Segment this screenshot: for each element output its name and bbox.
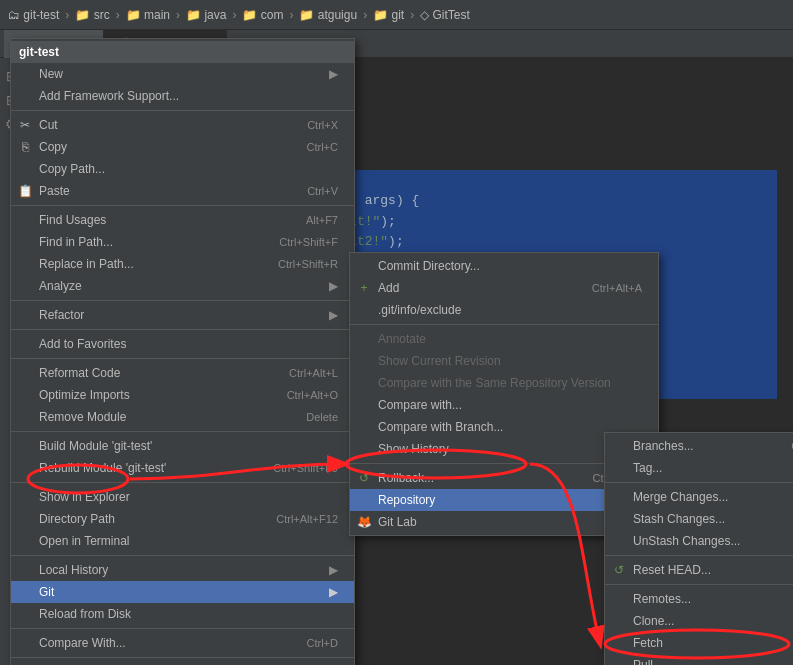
refactor-arrow-icon: ▶ xyxy=(329,308,338,322)
repo-branches[interactable]: Branches... Ctrl+Shift+` xyxy=(605,435,793,457)
repo-pull[interactable]: Pull... xyxy=(605,654,793,665)
sep8 xyxy=(11,555,354,556)
menu-rebuild-label: Rebuild Module 'git-test' xyxy=(39,461,166,475)
menu-replace-in-path-label: Replace in Path... xyxy=(39,257,134,271)
git-show-history-label: Show History xyxy=(378,442,449,456)
git-gitlab-label: Git Lab xyxy=(378,515,417,529)
remove-mod-shortcut: Delete xyxy=(286,411,338,423)
menu-reformat[interactable]: Reformat Code Ctrl+Alt+L xyxy=(11,362,354,384)
git-sep1 xyxy=(350,324,658,325)
copy-shortcut: Ctrl+C xyxy=(287,141,338,153)
sep9 xyxy=(11,628,354,629)
menu-rebuild-module[interactable]: Rebuild Module 'git-test' Ctrl+Shift+F9 xyxy=(11,457,354,479)
menu-find-usages-label: Find Usages xyxy=(39,213,106,227)
git-compare-with[interactable]: Compare with... xyxy=(350,394,658,416)
menu-remove-module[interactable]: Remove Module Delete xyxy=(11,406,354,428)
menu-copy[interactable]: ⎘ Copy Ctrl+C xyxy=(11,136,354,158)
repo-reset-head[interactable]: ↺ Reset HEAD... xyxy=(605,559,793,581)
menu-open-terminal[interactable]: Open in Terminal xyxy=(11,530,354,552)
breadcrumb-gittest: ◇ GitTest xyxy=(420,8,470,22)
breadcrumb-git: 📁 git xyxy=(373,8,404,22)
menu-reload-disk[interactable]: Reload from Disk xyxy=(11,603,354,625)
repo-clone[interactable]: Clone... xyxy=(605,610,793,632)
sep6 xyxy=(11,431,354,432)
git-commit-dir[interactable]: Commit Directory... xyxy=(350,255,658,277)
menu-compare-with[interactable]: Compare With... Ctrl+D xyxy=(11,632,354,654)
menu-header-label: git-test xyxy=(19,45,59,59)
repo-fetch[interactable]: Fetch xyxy=(605,632,793,654)
rollback-icon: ↺ xyxy=(356,471,372,485)
sep1 xyxy=(11,110,354,111)
dir-path-shortcut: Ctrl+Alt+F12 xyxy=(256,513,338,525)
reformat-shortcut: Ctrl+Alt+L xyxy=(269,367,338,379)
ide-topbar: 🗂 git-test › 📁 src › 📁 main › 📁 java › 📁… xyxy=(0,0,793,30)
menu-analyze-label: Analyze xyxy=(39,279,82,293)
repo-remotes[interactable]: Remotes... xyxy=(605,588,793,610)
menu-new-label: New xyxy=(39,67,63,81)
gitlab-icon: 🦊 xyxy=(356,515,372,529)
menu-copy-label: Copy xyxy=(39,140,67,154)
menu-local-history[interactable]: Local History ▶ xyxy=(11,559,354,581)
menu-directory-path[interactable]: Directory Path Ctrl+Alt+F12 xyxy=(11,508,354,530)
repo-merge-changes[interactable]: Merge Changes... xyxy=(605,486,793,508)
menu-add-framework[interactable]: Add Framework Support... xyxy=(11,85,354,107)
menu-git[interactable]: Git ▶ xyxy=(11,581,354,603)
git-show-revision-label: Show Current Revision xyxy=(378,354,501,368)
menu-optimize-imports[interactable]: Optimize Imports Ctrl+Alt+O xyxy=(11,384,354,406)
menu-add-favorites-label: Add to Favorites xyxy=(39,337,126,351)
menu-optimize-label: Optimize Imports xyxy=(39,388,130,402)
reset-icon: ↺ xyxy=(611,563,627,577)
git-compare-with-label: Compare with... xyxy=(378,398,462,412)
menu-find-usages[interactable]: Find Usages Alt+F7 xyxy=(11,209,354,231)
compare-shortcut: Ctrl+D xyxy=(287,637,338,649)
analyze-arrow-icon: ▶ xyxy=(329,279,338,293)
menu-open-module-settings[interactable]: Open Module Settings F4 xyxy=(11,661,354,665)
menu-analyze[interactable]: Analyze ▶ xyxy=(11,275,354,297)
menu-paste[interactable]: 📋 Paste Ctrl+V xyxy=(11,180,354,202)
rebuild-shortcut: Ctrl+Shift+F9 xyxy=(253,462,338,474)
paste-icon: 📋 xyxy=(17,184,33,198)
menu-new[interactable]: New ▶ xyxy=(11,63,354,85)
menu-refactor-label: Refactor xyxy=(39,308,84,322)
cut-shortcut: Ctrl+X xyxy=(287,119,338,131)
menu-show-explorer-label: Show in Explorer xyxy=(39,490,130,504)
git-compare-repo-label: Compare with the Same Repository Version xyxy=(378,376,611,390)
menu-replace-in-path[interactable]: Replace in Path... Ctrl+Shift+R xyxy=(11,253,354,275)
menu-build-module[interactable]: Build Module 'git-test' xyxy=(11,435,354,457)
optimize-shortcut: Ctrl+Alt+O xyxy=(267,389,338,401)
repo-tag[interactable]: Tag... xyxy=(605,457,793,479)
repo-stash-changes[interactable]: Stash Changes... xyxy=(605,508,793,530)
menu-show-explorer[interactable]: Show in Explorer xyxy=(11,486,354,508)
menu-cut[interactable]: ✂ Cut Ctrl+X xyxy=(11,114,354,136)
repo-stash-label: Stash Changes... xyxy=(633,512,725,526)
git-commit-dir-label: Commit Directory... xyxy=(378,259,480,273)
git-rollback-label: Rollback... xyxy=(378,471,434,485)
menu-copy-path[interactable]: Copy Path... xyxy=(11,158,354,180)
git-add[interactable]: + Add Ctrl+Alt+A xyxy=(350,277,658,299)
replace-shortcut: Ctrl+Shift+R xyxy=(258,258,338,270)
menu-open-terminal-label: Open in Terminal xyxy=(39,534,130,548)
repo-pull-label: Pull... xyxy=(633,658,663,665)
cut-icon: ✂ xyxy=(17,118,33,132)
repo-unstash-changes[interactable]: UnStash Changes... xyxy=(605,530,793,552)
menu-refactor[interactable]: Refactor ▶ xyxy=(11,304,354,326)
git-add-label: Add xyxy=(378,281,399,295)
menu-reformat-label: Reformat Code xyxy=(39,366,120,380)
breadcrumb-src: 📁 src xyxy=(75,8,109,22)
repo-merge-label: Merge Changes... xyxy=(633,490,728,504)
find-path-shortcut: Ctrl+Shift+F xyxy=(259,236,338,248)
repo-sep2 xyxy=(605,555,793,556)
menu-find-in-path[interactable]: Find in Path... Ctrl+Shift+F xyxy=(11,231,354,253)
repo-reset-label: Reset HEAD... xyxy=(633,563,711,577)
menu-paste-label: Paste xyxy=(39,184,70,198)
add-icon: + xyxy=(356,281,372,295)
menu-git-label: Git xyxy=(39,585,54,599)
menu-add-favorites[interactable]: Add to Favorites xyxy=(11,333,354,355)
breadcrumb-com: 📁 com xyxy=(242,8,283,22)
sep10 xyxy=(11,657,354,658)
menu-remove-module-label: Remove Module xyxy=(39,410,126,424)
sep4 xyxy=(11,329,354,330)
menu-compare-label: Compare With... xyxy=(39,636,126,650)
git-exclude[interactable]: .git/info/exclude xyxy=(350,299,658,321)
repo-clone-label: Clone... xyxy=(633,614,674,628)
